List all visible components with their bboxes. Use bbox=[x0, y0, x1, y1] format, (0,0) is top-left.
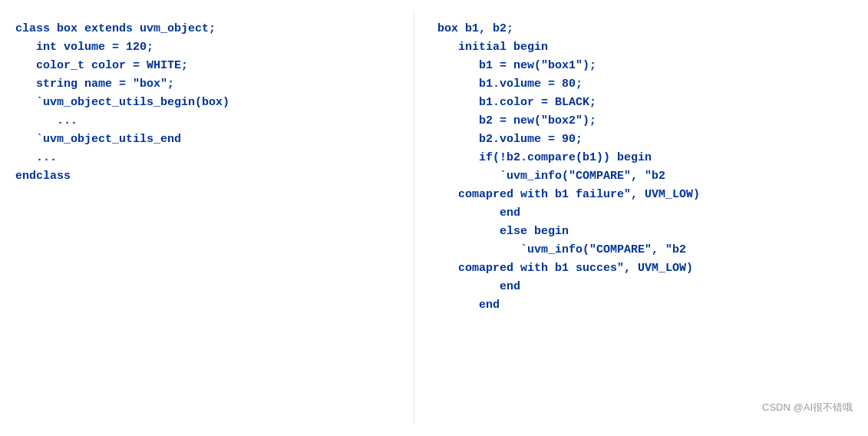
code-line: b2 = new("box2"); bbox=[437, 112, 853, 130]
code-line: string name = "box"; bbox=[15, 75, 398, 94]
code-line: comapred with b1 failure", UVM_LOW) bbox=[437, 186, 853, 204]
code-line: b1.volume = 80; bbox=[437, 75, 853, 94]
code-line: `uvm_info("COMPARE", "b2 bbox=[437, 167, 853, 186]
right-code-block: box b1, b2; initial begin b1 = new("box1… bbox=[437, 20, 853, 315]
code-line: box b1, b2; bbox=[437, 20, 853, 38]
code-line: end bbox=[437, 278, 853, 296]
code-line: ... bbox=[15, 149, 398, 167]
code-line: initial begin bbox=[437, 38, 853, 57]
code-line: comapred with b1 succes", UVM_LOW) bbox=[437, 259, 853, 278]
code-line: ... bbox=[15, 112, 398, 130]
left-code-block: class box extends uvm_object; int volume… bbox=[15, 20, 398, 186]
right-code-panel: box b1, b2; initial begin b1 = new("box1… bbox=[414, 12, 868, 424]
watermark-label: CSDN @AI很不错哦 bbox=[762, 401, 853, 415]
code-line: `uvm_object_utils_end bbox=[15, 130, 398, 149]
code-line: b2.volume = 90; bbox=[437, 130, 853, 149]
left-code-panel: class box extends uvm_object; int volume… bbox=[0, 12, 414, 424]
code-line: else begin bbox=[437, 223, 853, 241]
main-container: class box extends uvm_object; int volume… bbox=[0, 0, 868, 436]
code-line: b1 = new("box1"); bbox=[437, 57, 853, 75]
code-line: end bbox=[437, 296, 853, 315]
code-line: b1.color = BLACK; bbox=[437, 94, 853, 112]
code-line: if(!b2.compare(b1)) begin bbox=[437, 149, 853, 167]
code-line: `uvm_info("COMPARE", "b2 bbox=[437, 241, 853, 259]
code-line: endclass bbox=[15, 167, 398, 186]
code-line: end bbox=[437, 204, 853, 223]
code-line: class box extends uvm_object; bbox=[15, 20, 398, 38]
code-line: `uvm_object_utils_begin(box) bbox=[15, 94, 398, 112]
code-line: color_t color = WHITE; bbox=[15, 57, 398, 75]
code-line: int volume = 120; bbox=[15, 38, 398, 57]
